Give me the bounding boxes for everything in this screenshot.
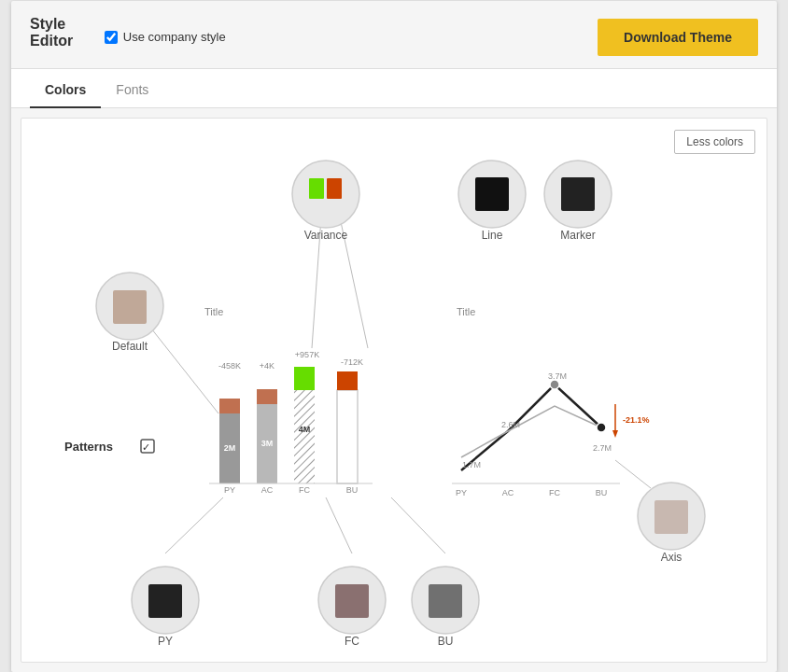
- variance-label: Variance: [304, 229, 348, 242]
- visualization-svg: Default Variance Line Marker Title -458K: [36, 143, 765, 647]
- right-chart-title: Title: [457, 306, 475, 317]
- line-bu-label: 2.7M: [593, 443, 612, 453]
- line-dot-bu: [597, 423, 606, 432]
- bu-bottom-swatch: [429, 584, 462, 618]
- ac-x-label: AC: [261, 485, 274, 495]
- bu-top-label: -712K: [341, 357, 363, 367]
- line-fc-label: 3.7M: [548, 371, 567, 381]
- line-swatch: [475, 177, 509, 211]
- line-bu-x: BU: [596, 488, 608, 497]
- less-colors-button[interactable]: Less colors: [674, 130, 755, 154]
- variance-green-swatch: [309, 178, 324, 199]
- py-bar-annotation: 2M: [224, 443, 236, 453]
- fc-bottom-swatch: [335, 584, 369, 618]
- default-swatch: [113, 290, 147, 324]
- fc-bottom-label: FC: [345, 635, 359, 647]
- marker-swatch: [561, 177, 595, 211]
- fc-bar-hatch: [294, 390, 315, 483]
- bu-bottom-label: BU: [438, 635, 454, 647]
- panel-title: Style Editor: [30, 16, 105, 49]
- tabs-row: Colors Fonts: [11, 69, 777, 108]
- line-ac-x: AC: [502, 488, 514, 497]
- use-company-style-label[interactable]: Use company style: [105, 30, 226, 44]
- py-bar-top: [219, 399, 240, 413]
- bu-bar-outline: [337, 390, 358, 483]
- fc-bar-green: [294, 367, 315, 390]
- marker-label: Marker: [560, 229, 595, 242]
- connector-line: [615, 460, 651, 488]
- ac-bar-annotation: 3M: [261, 439, 274, 448]
- patterns-checkmark: ✓: [142, 441, 150, 453]
- variance-arrowhead: [612, 430, 618, 438]
- py-x-label: PY: [224, 485, 235, 495]
- connector-line: [326, 497, 352, 553]
- variance-annotation: -21.1%: [623, 415, 650, 425]
- line-label: Line: [482, 229, 503, 242]
- ac-bar-top: [257, 389, 277, 404]
- use-company-style-checkbox[interactable]: [105, 31, 118, 44]
- line-py-label: 1.7M: [462, 460, 481, 469]
- fc-top-label: +957K: [295, 350, 319, 359]
- patterns-label: Patterns: [64, 440, 113, 454]
- download-theme-button[interactable]: Download Theme: [598, 19, 758, 56]
- bu-bar-orange: [337, 371, 358, 390]
- line-fc-x: FC: [549, 488, 560, 497]
- line-py-x: PY: [456, 488, 467, 497]
- fc-bar-annotation: 4M: [299, 425, 311, 434]
- line-ac-label: 2.6M: [501, 420, 520, 429]
- left-chart-title: Title: [204, 306, 223, 317]
- axis-swatch: [654, 500, 688, 534]
- tab-colors[interactable]: Colors: [30, 69, 101, 108]
- header-row: Use company style Download Theme: [105, 19, 758, 56]
- panel-header: Style Editor Use company style Download …: [11, 1, 777, 69]
- py-bottom-swatch: [148, 584, 182, 618]
- default-label: Default: [112, 340, 148, 353]
- fc-x-label: FC: [299, 485, 310, 495]
- py-bottom-label: PY: [158, 635, 173, 647]
- axis-label: Axis: [661, 551, 682, 564]
- style-editor-panel: Style Editor Use company style Download …: [11, 1, 777, 672]
- py-top-label: -458K: [218, 361, 241, 371]
- tab-fonts[interactable]: Fonts: [101, 69, 163, 108]
- bu-x-label: BU: [346, 485, 359, 495]
- content-area: Less colors Default Variance: [21, 118, 767, 663]
- variance-orange-swatch: [327, 178, 342, 199]
- connector-line: [391, 497, 445, 553]
- line-chart-line2: [461, 406, 601, 457]
- line-chart-line1: [461, 385, 601, 470]
- ac-top-label: +4K: [260, 361, 274, 371]
- use-company-style-text: Use company style: [123, 30, 226, 44]
- line-dot-fc: [550, 380, 559, 389]
- connector-line: [165, 497, 223, 553]
- variance-circle[interactable]: [292, 161, 359, 228]
